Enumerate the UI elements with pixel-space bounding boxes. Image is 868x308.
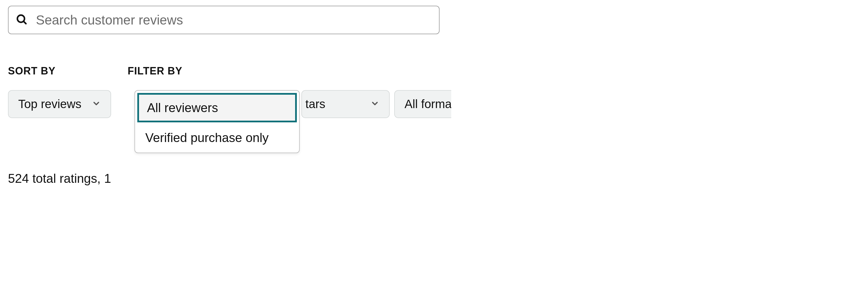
formats-filter-value-fragment: All forma [404,97,451,111]
reviewers-filter-dropdown-open: All reviewers Verified purchase only [134,90,300,153]
section-labels-row: SORT BY FILTER BY [8,65,868,77]
stars-filter-value-fragment: tars [305,97,325,111]
sort-by-label: SORT BY [8,65,128,77]
controls-row: Top reviews tars All forma All reviewers… [8,90,868,153]
search-icon [16,14,27,26]
formats-filter-dropdown[interactable]: All forma [394,90,451,118]
sort-selected-value: Top reviews [18,97,82,111]
search-container[interactable] [8,6,439,34]
chevron-down-icon [92,97,101,111]
search-input[interactable] [36,12,432,28]
reviewers-option-all[interactable]: All reviewers [137,93,297,122]
ratings-summary-fragment: 524 total ratings, 1 [8,171,868,186]
stars-filter-dropdown[interactable]: tars [301,90,390,118]
filter-by-label: FILTER BY [128,65,182,77]
reviewers-option-verified[interactable]: Verified purchase only [135,123,299,152]
svg-line-1 [24,21,26,24]
chevron-down-icon [370,97,379,111]
sort-dropdown[interactable]: Top reviews [8,90,111,118]
